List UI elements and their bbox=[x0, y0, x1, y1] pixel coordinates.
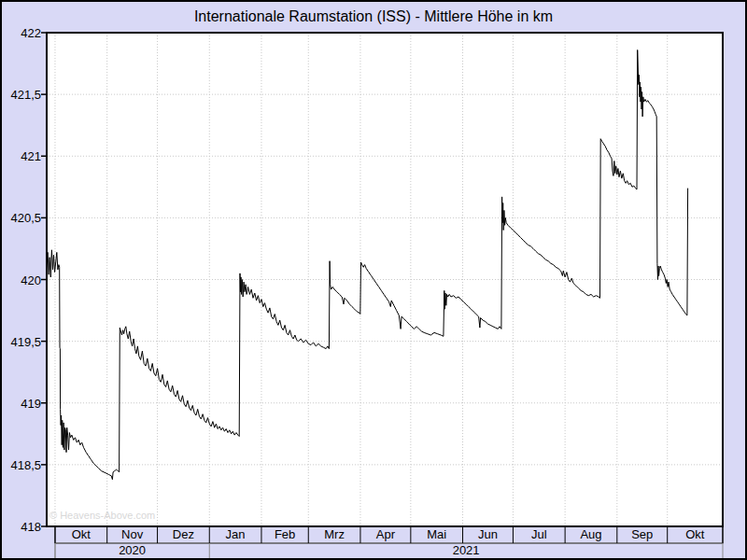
x-axis-month-label: Jul bbox=[513, 526, 565, 542]
x-axis-month-label: Okt bbox=[668, 526, 723, 542]
chart-window: Internationale Raumstation (ISS) - Mittl… bbox=[0, 0, 747, 560]
y-axis-label: 422 bbox=[4, 27, 41, 39]
y-axis-label: 421,5 bbox=[4, 89, 41, 101]
x-axis-month-label: Dez bbox=[158, 526, 210, 542]
x-axis-month-label: Sep bbox=[617, 526, 668, 542]
x-axis-month-label: Okt bbox=[55, 526, 107, 542]
y-axis-label: 421 bbox=[4, 150, 41, 162]
y-axis-label: 418 bbox=[4, 521, 41, 533]
x-axis-month-label: Jun bbox=[463, 526, 514, 542]
x-axis-month-label: Aug bbox=[565, 526, 617, 542]
x-axis-month-label: Feb bbox=[261, 526, 308, 542]
y-axis-label: 420,5 bbox=[4, 212, 41, 224]
y-axis-label: 419,5 bbox=[4, 336, 41, 348]
altitude-line-chart bbox=[2, 2, 747, 560]
x-axis-month-label: Mai bbox=[411, 526, 463, 542]
y-axis-label: 419 bbox=[4, 398, 41, 410]
y-axis-label: 420 bbox=[4, 274, 41, 287]
y-axis-label: 418,5 bbox=[4, 459, 41, 471]
x-axis-year-label: 2020 bbox=[55, 543, 209, 558]
x-axis-month-label: Nov bbox=[107, 526, 158, 542]
x-axis-year-label: 2021 bbox=[209, 543, 723, 558]
watermark: © Heavens-Above.com bbox=[49, 510, 155, 521]
x-axis-month-label: Jan bbox=[209, 526, 261, 542]
x-axis-month-label: Mrz bbox=[308, 526, 360, 542]
x-axis-month-label: Apr bbox=[360, 526, 411, 542]
